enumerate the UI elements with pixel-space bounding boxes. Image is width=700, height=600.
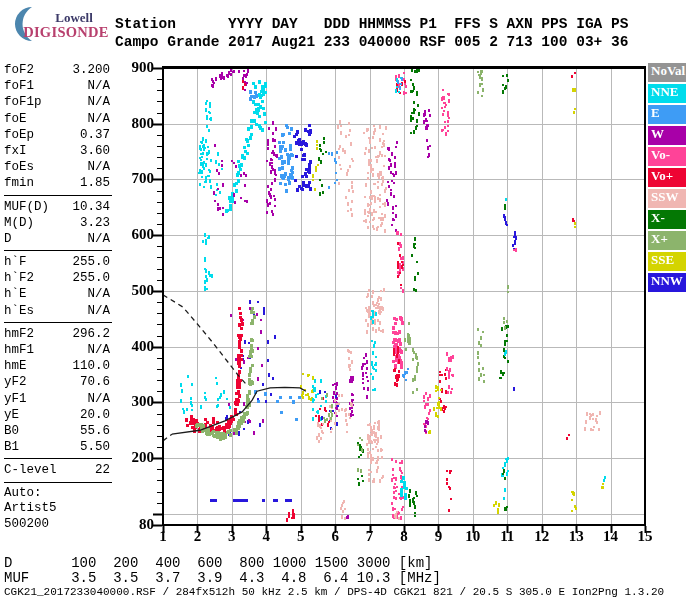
x-tick-label: 7	[357, 528, 383, 545]
param-value: 70.6	[80, 374, 110, 390]
param-value: 10.34	[72, 199, 110, 215]
legend-item-label: NNW	[651, 273, 683, 288]
param-value: N/A	[87, 286, 110, 302]
param-label: yF1	[4, 391, 27, 407]
param-label: h`Es	[4, 303, 34, 319]
parameter-panel: foF23.200foF1N/AfoF1pN/AfoEN/AfoEp0.37fx…	[4, 62, 110, 532]
x-tick-label: 14	[598, 528, 624, 545]
param-value: 3.200	[72, 62, 110, 78]
x-tick-label: 1	[150, 528, 176, 545]
param-value: N/A	[87, 94, 110, 110]
param-label: hmF2	[4, 326, 34, 342]
param-row: yF270.6	[4, 374, 110, 390]
separator-line	[4, 195, 112, 196]
param-value: N/A	[87, 111, 110, 127]
lowell-digisonde-logo: Lowell DIGISONDE	[4, 2, 112, 44]
param-value: 22	[95, 462, 110, 478]
param-row: foF1pN/A	[4, 94, 110, 110]
legend-item-sse: SSE	[648, 252, 686, 271]
x-tick-label: 4	[253, 528, 279, 545]
y-tick-label: 700	[110, 170, 154, 187]
param-label: h`E	[4, 286, 27, 302]
legend-item-nnw: NNW	[648, 273, 686, 292]
param-value: N/A	[87, 159, 110, 175]
autoscaling-info-line: 500200	[4, 517, 110, 533]
legend-item-x: X+	[648, 231, 686, 250]
separator-line	[4, 458, 112, 459]
x-tick-label: 10	[460, 528, 486, 545]
param-row: foEN/A	[4, 111, 110, 127]
header-values-row: Campo Grande 2017 Aug21 233 040000 RSF 0…	[115, 34, 628, 50]
param-value: 20.0	[80, 407, 110, 423]
param-row: hmF1N/A	[4, 342, 110, 358]
param-label: fxI	[4, 143, 27, 159]
x-tick-label: 12	[529, 528, 555, 545]
legend-item-label: X-	[651, 210, 665, 225]
x-tick-label: 6	[322, 528, 348, 545]
legend-item-noval: NoVal	[648, 63, 686, 82]
param-label: foF1p	[4, 94, 42, 110]
param-row: MUF(D)10.34	[4, 199, 110, 215]
param-label: MUF(D)	[4, 199, 49, 215]
param-value: N/A	[87, 303, 110, 319]
y-tick-label: 300	[110, 393, 154, 410]
param-value: 255.0	[72, 254, 110, 270]
param-row: h`F255.0	[4, 254, 110, 270]
autoscaling-info-line: Auto:	[4, 486, 110, 502]
logo-digisonde-text: DIGISONDE	[18, 24, 114, 41]
separator-line	[4, 482, 112, 483]
param-row: h`EN/A	[4, 286, 110, 302]
param-row: DN/A	[4, 231, 110, 247]
legend-item-label: NNE	[651, 84, 678, 99]
y-tick-label: 200	[110, 449, 154, 466]
x-tick-label: 5	[288, 528, 314, 545]
param-label: foF1	[4, 78, 34, 94]
param-value: N/A	[87, 231, 110, 247]
param-value: N/A	[87, 391, 110, 407]
legend-item-vo: Vo-	[648, 147, 686, 166]
x-tick-label: 11	[494, 528, 520, 545]
param-label: fmin	[4, 175, 34, 191]
legend-item-label: W	[651, 126, 664, 141]
param-row: fxI3.60	[4, 143, 110, 159]
param-label: h`F2	[4, 270, 34, 286]
digisonde-ionogram-screen: Lowell DIGISONDE Station YYYY DAY DDD HH…	[0, 0, 700, 600]
param-label: foE	[4, 111, 27, 127]
param-label: foF2	[4, 62, 34, 78]
header-fields-row: Station YYYY DAY DDD HHMMSS P1 FFS S AXN…	[115, 16, 628, 32]
legend-item-nne: NNE	[648, 84, 686, 103]
legend-item-e: E	[648, 105, 686, 124]
x-tick-label: 15	[632, 528, 658, 545]
param-row: foF23.200	[4, 62, 110, 78]
param-value: N/A	[87, 78, 110, 94]
param-label: M(D)	[4, 215, 34, 231]
param-label: D	[4, 231, 12, 247]
legend-item-vo: Vo+	[648, 168, 686, 187]
param-value: 0.37	[80, 127, 110, 143]
legend-item-label: SSE	[651, 252, 674, 267]
x-tick-label: 2	[184, 528, 210, 545]
x-tick-label: 9	[425, 528, 451, 545]
separator-line	[4, 250, 112, 251]
x-tick-label: 8	[391, 528, 417, 545]
x-tick-label: 13	[563, 528, 589, 545]
y-tick-label: 400	[110, 338, 154, 355]
d-range-row: D 100 200 400 600 800 1000 1500 3000 [km…	[4, 555, 432, 571]
param-value: 5.50	[80, 439, 110, 455]
param-value: 3.23	[80, 215, 110, 231]
legend-item-label: X+	[651, 231, 668, 246]
y-tick-label: 900	[110, 59, 154, 76]
legend-item-label: NoVal	[651, 63, 685, 78]
legend-item-label: Vo+	[651, 168, 673, 183]
param-row: h`EsN/A	[4, 303, 110, 319]
file-info-line: CGK21_2017233040000.RSF / 284fx512h 50 k…	[4, 586, 664, 598]
param-row: yF1N/A	[4, 391, 110, 407]
param-label: B0	[4, 423, 19, 439]
y-tick-label: 800	[110, 115, 154, 132]
param-row: hmE110.0	[4, 358, 110, 374]
y-tick-label: 500	[110, 282, 154, 299]
param-row: C-level22	[4, 462, 110, 478]
y-tick-label: 600	[110, 226, 154, 243]
y-tick-label: 80	[110, 516, 154, 533]
param-row: yE20.0	[4, 407, 110, 423]
